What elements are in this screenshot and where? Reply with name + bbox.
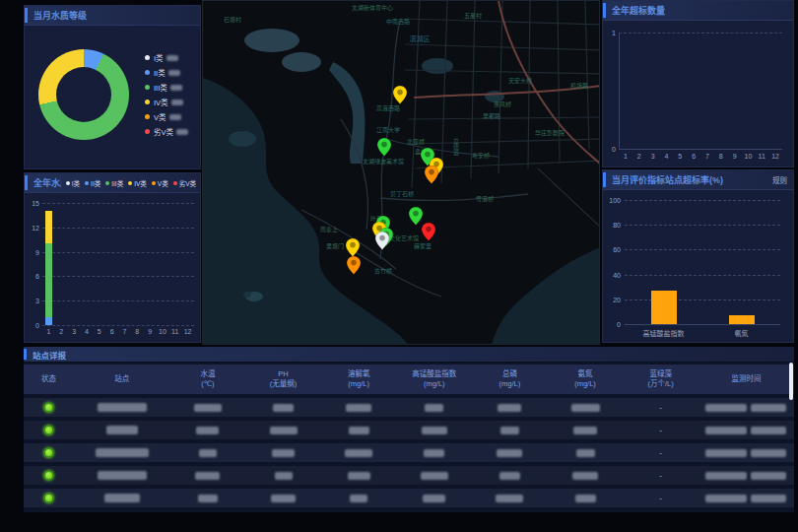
legend-dot	[152, 181, 156, 185]
cell-水温	[170, 449, 246, 457]
status-ok-dot	[43, 470, 54, 481]
map-label: 中南西路	[386, 17, 410, 26]
station-pin[interactable]	[409, 207, 423, 226]
cell-监测时间	[698, 495, 794, 502]
station-pin[interactable]	[377, 138, 391, 157]
legend-item-I类[interactable]: I类	[66, 178, 80, 188]
cell-蓝绿藻: -	[623, 403, 698, 412]
legend-item-V类[interactable]: V类	[145, 111, 188, 122]
legend-item-IV类[interactable]: IV类	[128, 178, 147, 188]
legend-item-IV类[interactable]: IV类	[145, 97, 188, 107]
redacted-value	[500, 427, 519, 434]
cell-监测时间	[698, 449, 794, 457]
legend-dot	[66, 181, 70, 185]
legend-item-II类[interactable]: II类	[145, 67, 188, 78]
station-pin[interactable]	[347, 256, 361, 275]
station-map[interactable]: 石塘村太湖新体育中心中南西路滨湖区五星村高浪西路江南大学北亚桥蠡桥立德道寿安桥惠…	[202, 0, 600, 345]
status-ok-dot	[43, 493, 54, 503]
column-header-氨氮: 氨氮(mg/L)	[548, 369, 624, 389]
legend-dot	[145, 85, 150, 90]
legend-dot	[145, 55, 150, 60]
cell-总磷	[472, 495, 548, 502]
table-row[interactable]: -	[24, 489, 794, 507]
cell-站点	[74, 448, 170, 457]
map-label: 五星村	[464, 11, 482, 20]
redacted-date	[705, 449, 747, 457]
cell-PH	[245, 449, 321, 457]
legend-label: II类	[154, 67, 166, 78]
legend-item-劣V类[interactable]: 劣V类	[145, 126, 188, 137]
legend-item-III类[interactable]: III类	[145, 82, 188, 93]
table-row[interactable]: -	[24, 421, 794, 439]
redacted-value	[272, 449, 295, 457]
panel-title: 当月评价指标站点超标率(%)	[612, 173, 772, 186]
legend-item-V类[interactable]: V类	[152, 178, 168, 188]
panel-annual-exceed-count: 全年超标数量 10123456789101112	[602, 0, 794, 167]
legend-item-劣V类[interactable]: 劣V类	[173, 178, 196, 188]
cell-蓝绿藻: -	[623, 448, 698, 457]
monthly-grade-donut-chart[interactable]	[38, 49, 129, 140]
legend-dot	[105, 181, 109, 185]
station-pin[interactable]	[375, 232, 389, 250]
station-pin[interactable]	[425, 166, 438, 184]
cell-高锰酸盐指数	[396, 404, 472, 412]
annual-grade-stacked-chart[interactable]: 03691215123456789101112	[27, 195, 200, 339]
water-quality-dashboard: 当月水质等级 I类II类III类IV类V类劣V类 全年水质等级 I类II类III…	[0, 0, 798, 532]
stacked-bar-legend: I类II类III类IV类V类劣V类	[61, 178, 196, 188]
table-row[interactable]: -	[24, 443, 794, 462]
legend-label: 劣V类	[154, 126, 173, 137]
table-title: 站点详报	[33, 349, 66, 361]
legend-dot	[145, 129, 150, 134]
map-label: 雪浪桥	[476, 194, 494, 203]
rules-link[interactable]: 规则	[772, 174, 787, 185]
stacked-bar-segment-III类[interactable]	[45, 243, 52, 316]
panel-title: 当月水质等级	[33, 9, 200, 22]
redacted-value	[275, 472, 293, 480]
redacted-time	[751, 427, 786, 434]
map-label: 惠风桥	[494, 100, 511, 108]
cell-蓝绿藻: -	[623, 426, 698, 434]
station-pin[interactable]	[422, 223, 435, 241]
legend-dot	[145, 70, 150, 75]
legend-item-III类[interactable]: III类	[105, 178, 123, 188]
redacted-time	[751, 472, 786, 480]
panel-title: 全年超标数量	[612, 4, 793, 17]
legend-dot	[173, 181, 177, 185]
redacted-value	[421, 472, 448, 480]
rate-bar-高锰酸盐指数[interactable]	[651, 291, 677, 324]
cell-水温	[170, 472, 246, 480]
redacted-station	[106, 426, 138, 434]
station-pin[interactable]	[393, 86, 407, 104]
redacted-count	[171, 100, 183, 105]
station-pin[interactable]	[346, 238, 360, 257]
rate-bar-氨氮[interactable]	[729, 315, 755, 324]
stacked-bar-segment-II类[interactable]	[45, 317, 52, 325]
cell-状态	[24, 402, 74, 413]
redacted-value	[345, 449, 372, 457]
redacted-value	[496, 495, 523, 502]
header-accent-bar	[603, 172, 606, 187]
legend-item-II类[interactable]: II类	[85, 178, 100, 188]
table-row[interactable]: -	[24, 466, 794, 485]
redacted-value	[424, 449, 444, 457]
cell-总磷	[472, 449, 548, 457]
map-label: 古竹桥	[374, 266, 392, 275]
table-scrollbar-thumb[interactable]	[789, 363, 793, 400]
column-header-监测时间: 监测时间	[698, 374, 794, 384]
map-label: 太湖新体育中心	[352, 3, 393, 12]
stacked-bar-segment-IV类[interactable]	[45, 211, 52, 243]
cell-监测时间	[698, 404, 794, 412]
cell-监测时间	[698, 427, 794, 434]
exceed-rate-bar-chart[interactable]: 020406080100高锰酸盐指数氨氮	[605, 192, 790, 340]
table-header-row: 状态站点水温(℃)PH(无量纲)溶解氧(mg/L)高锰酸盐指数(mg/L)总磷(…	[24, 365, 794, 394]
table-row[interactable]: -	[24, 398, 794, 417]
map-label: 石塘村	[224, 15, 241, 24]
redacted-station	[104, 494, 140, 502]
panel-header: 当月评价指标站点超标率(%) 规则	[603, 170, 793, 190]
legend-item-I类[interactable]: I类	[145, 52, 188, 63]
annual-exceed-line-chart[interactable]: 10123456789101112	[605, 23, 790, 165]
legend-dot	[145, 114, 150, 119]
panel-title: 全年水质等级	[33, 176, 61, 189]
map-label: 薛家里	[414, 241, 432, 250]
cell-监测时间	[698, 472, 794, 480]
